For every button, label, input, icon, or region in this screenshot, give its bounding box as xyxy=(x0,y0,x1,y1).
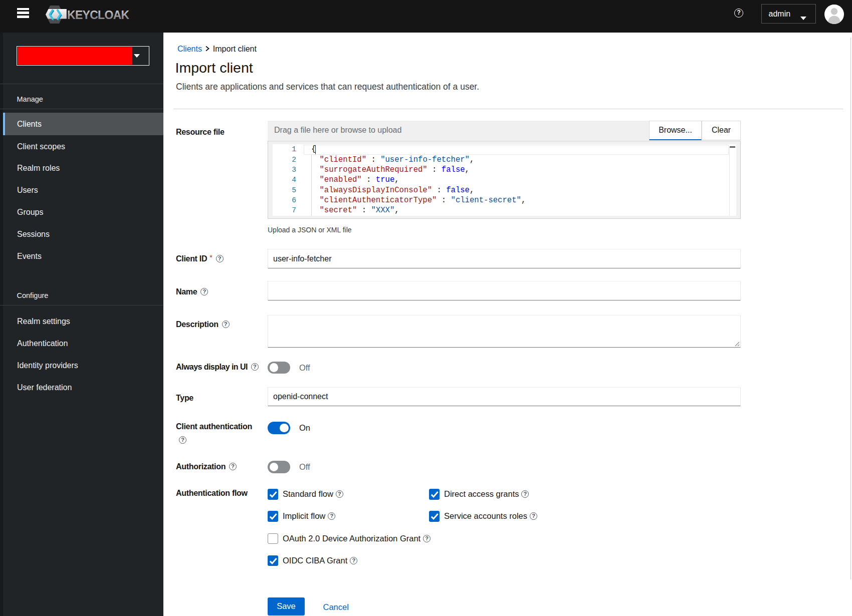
svg-text:KEYCLOAK: KEYCLOAK xyxy=(67,9,130,22)
